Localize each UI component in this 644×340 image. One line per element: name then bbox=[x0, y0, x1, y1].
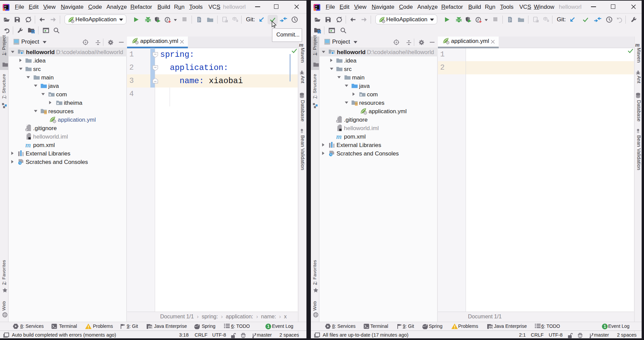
svg-text:1: 1 bbox=[267, 324, 270, 329]
svg-text:1: 1 bbox=[604, 324, 606, 329]
